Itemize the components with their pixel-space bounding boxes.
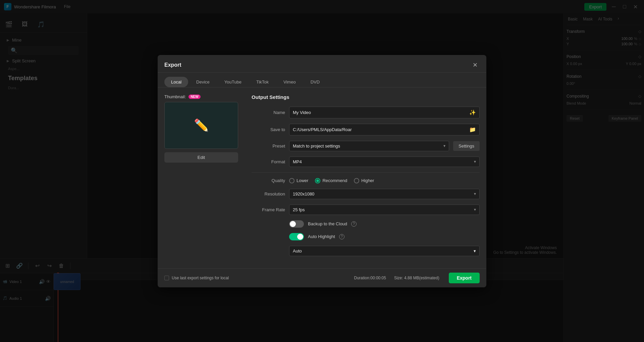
settings-section: Output Settings Name ✨ Save to 📁 (252, 94, 480, 262)
quality-lower-radio[interactable] (289, 178, 294, 183)
name-input-wrapper[interactable]: ✨ (289, 107, 480, 118)
export-action-button[interactable]: Export (449, 273, 480, 283)
new-badge: NEW (189, 95, 200, 99)
format-value: MP4 (293, 159, 302, 164)
ai-icon[interactable]: ✨ (469, 109, 476, 116)
auto-highlight-help-icon[interactable]: ? (339, 234, 344, 239)
auto-select[interactable]: Auto ▾ (289, 246, 480, 256)
folder-icon[interactable]: 📁 (469, 126, 476, 133)
duration-label: Duration:00:00:05 (354, 276, 386, 280)
resolution-row: Resolution 1920x1080 ▾ (252, 189, 480, 199)
name-label: Name (252, 110, 285, 115)
auto-select-chevron-icon: ▾ (474, 248, 476, 253)
size-label: Size: 4.88 MB(estimated) (394, 276, 439, 280)
quality-recommend-option[interactable]: Recommend (315, 178, 347, 183)
resolution-chevron-icon: ▾ (474, 191, 476, 196)
settings-button[interactable]: Settings (453, 141, 480, 151)
edit-thumbnail-icon: ✏️ (194, 118, 209, 132)
tab-youtube[interactable]: YouTube (218, 77, 248, 87)
output-title: Output Settings (252, 94, 480, 100)
backup-cloud-toggle[interactable] (289, 220, 304, 228)
format-row: Format MP4 ▾ (252, 157, 480, 167)
resolution-value: 1920x1080 (293, 191, 314, 196)
auto-highlight-row: Auto Highlight ? (252, 233, 480, 240)
dialog-title: Export (164, 62, 181, 68)
edit-button[interactable]: Edit (164, 152, 238, 163)
thumbnail-preview: ✏️ (164, 102, 238, 149)
dialog-body: Thumbnail: NEW ✏️ Edit Output Settings N… (158, 88, 486, 268)
last-settings-checkbox[interactable] (164, 276, 169, 280)
frame-rate-label: Frame Rate (252, 207, 285, 212)
auto-highlight-toggle[interactable] (289, 233, 304, 240)
backup-cloud-label: Backup to the Cloud (308, 221, 347, 226)
dialog-header: Export ✕ (158, 55, 486, 73)
frame-rate-chevron-icon: ▾ (474, 207, 476, 212)
quality-row: Quality Lower Recommend Higher (252, 178, 480, 183)
footer-info: Duration:00:00:05 Size: 4.88 MB(estimate… (354, 276, 439, 280)
quality-higher-option[interactable]: Higher (354, 178, 374, 183)
quality-lower-option[interactable]: Lower (289, 178, 308, 183)
quality-higher-radio[interactable] (354, 178, 359, 183)
last-settings-checkbox-row: Use last export settings for local (164, 276, 229, 280)
format-label: Format (252, 159, 285, 164)
preset-select[interactable]: Match to project settings ▾ (289, 141, 449, 151)
section-divider (252, 172, 480, 173)
last-settings-label: Use last export settings for local (172, 276, 229, 280)
thumbnail-label: Thumbnail: NEW (164, 94, 238, 99)
resolution-label: Resolution (252, 191, 285, 196)
frame-rate-row: Frame Rate 25 fps ▾ (252, 205, 480, 215)
name-input[interactable] (293, 110, 468, 115)
thumbnail-section: Thumbnail: NEW ✏️ Edit (164, 94, 238, 262)
backup-cloud-row: Backup to the Cloud ? (252, 220, 480, 228)
quality-lower-label: Lower (297, 178, 308, 183)
save-to-label: Save to (252, 127, 285, 132)
name-row: Name ✨ (252, 107, 480, 118)
tab-dvd[interactable]: DVD (304, 77, 326, 87)
backup-cloud-help-icon[interactable]: ? (351, 221, 357, 227)
preset-label: Preset (252, 144, 285, 149)
dialog-tabs: Local Device YouTube TikTok Vimeo DVD (158, 73, 486, 88)
tab-local[interactable]: Local (164, 77, 188, 87)
frame-rate-value: 25 fps (293, 207, 305, 212)
save-to-input[interactable] (293, 127, 468, 132)
resolution-select[interactable]: 1920x1080 ▾ (289, 189, 480, 199)
preset-row: Preset Match to project settings ▾ Setti… (252, 141, 480, 151)
preset-value: Match to project settings (293, 144, 340, 149)
tab-tiktok[interactable]: TikTok (250, 77, 275, 87)
dialog-footer: Use last export settings for local Durat… (158, 268, 486, 287)
auto-highlight-label: Auto Highlight (308, 234, 335, 239)
tab-vimeo[interactable]: Vimeo (277, 77, 303, 87)
format-chevron-icon: ▾ (474, 159, 476, 164)
tab-device[interactable]: Device (190, 77, 216, 87)
export-dialog: Export ✕ Local Device YouTube TikTok Vim… (158, 55, 486, 287)
frame-rate-select[interactable]: 25 fps ▾ (289, 205, 480, 215)
thumbnail-text: Thumbnail: (164, 94, 186, 99)
preset-chevron-icon: ▾ (443, 144, 445, 148)
dialog-close-button[interactable]: ✕ (470, 60, 480, 70)
auto-highlight-thumb (297, 234, 303, 240)
format-select[interactable]: MP4 ▾ (289, 157, 480, 167)
save-to-row: Save to 📁 (252, 124, 480, 135)
quality-label: Quality (252, 178, 285, 183)
auto-select-value: Auto (293, 248, 302, 253)
save-to-input-wrapper[interactable]: 📁 (289, 124, 480, 135)
quality-higher-label: Higher (361, 178, 374, 183)
quality-recommend-label: Recommend (322, 178, 347, 183)
quality-options: Lower Recommend Higher (289, 178, 374, 183)
dialog-overlay: Export ✕ Local Device YouTube TikTok Vim… (0, 0, 644, 342)
quality-recommend-radio[interactable] (315, 178, 320, 183)
backup-cloud-thumb (290, 221, 296, 227)
